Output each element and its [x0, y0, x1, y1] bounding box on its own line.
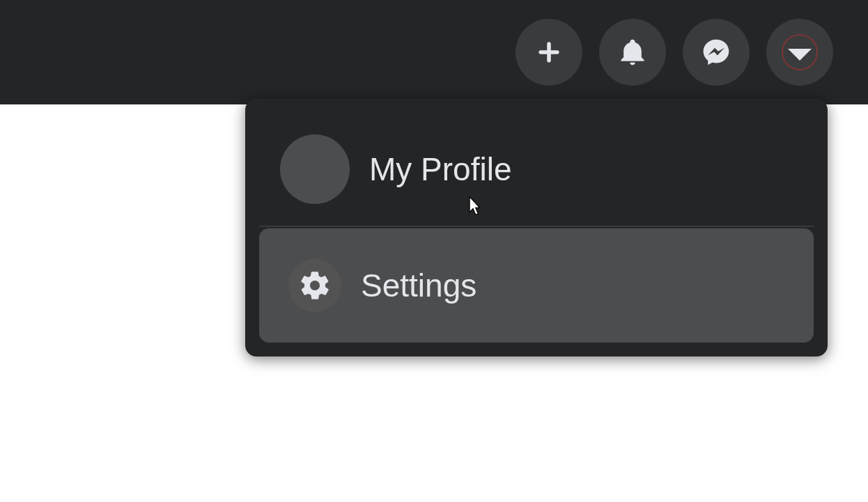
topbar	[0, 0, 868, 104]
settings-menu-item[interactable]: Settings	[259, 228, 814, 343]
notifications-button[interactable]	[599, 19, 666, 86]
bell-icon	[617, 37, 648, 68]
profile-menu-item[interactable]: My Profile	[259, 113, 814, 227]
account-button[interactable]	[766, 19, 833, 86]
create-button[interactable]	[516, 19, 582, 86]
messenger-button[interactable]	[683, 19, 750, 86]
gear-icon	[298, 269, 332, 302]
gear-icon-wrap	[288, 259, 341, 312]
chevron-down-icon	[782, 34, 818, 70]
settings-label: Settings	[361, 267, 476, 304]
avatar	[280, 134, 350, 204]
account-dropdown: My Profile Settings	[245, 99, 828, 356]
profile-label: My Profile	[369, 150, 511, 188]
messenger-icon	[701, 37, 731, 68]
plus-icon	[534, 37, 564, 68]
